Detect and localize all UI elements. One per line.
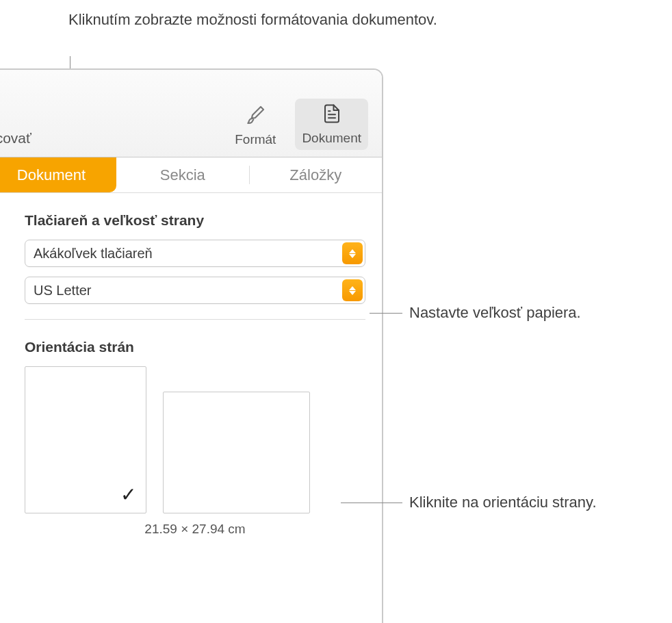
orientation-row: ✓ — [25, 366, 365, 513]
format-button[interactable]: Formát — [229, 101, 281, 150]
document-button[interactable]: Dokument — [295, 99, 368, 150]
callout-orientation-text: Kliknite na orientáciu strany. — [409, 494, 597, 511]
printer-select-row: Akákoľvek tlačiareň — [25, 240, 365, 267]
papersize-select[interactable]: US Letter — [25, 277, 365, 304]
papersize-select-row: US Letter — [25, 277, 365, 304]
chevron-down-icon — [349, 254, 356, 258]
tab-section[interactable]: Sekcia — [116, 157, 249, 192]
chevron-up-icon — [349, 286, 356, 290]
toolbar-left-stub-label: acovať — [0, 130, 31, 150]
callout-paper-text: Nastavte veľkosť papiera. — [409, 304, 581, 322]
panel-tabs: Dokument Sekcia Záložky — [0, 157, 382, 193]
paintbrush-icon — [244, 104, 266, 129]
papersize-select-value: US Letter — [34, 283, 91, 298]
printer-select[interactable]: Akákoľvek tlačiareň — [25, 240, 365, 267]
panel-body: Tlačiareň a veľkosť strany Akákoľvek tla… — [0, 193, 382, 537]
toolbar: acovať Formát Dokument — [0, 70, 382, 157]
section-divider — [25, 319, 365, 320]
printer-select-stepper-icon[interactable] — [342, 242, 363, 264]
document-label: Dokument — [302, 131, 361, 146]
document-inspector-panel: acovať Formát Dokument — [0, 68, 383, 623]
printer-select-value: Akákoľvek tlačiareň — [34, 246, 153, 262]
papersize-select-stepper-icon[interactable] — [342, 279, 363, 301]
format-label: Formát — [235, 132, 276, 147]
chevron-down-icon — [349, 291, 356, 295]
orientation-portrait-button[interactable]: ✓ — [25, 366, 146, 513]
document-icon — [322, 103, 342, 128]
tab-bookmarks[interactable]: Záložky — [250, 157, 383, 192]
callout-leader-orientation — [341, 503, 402, 503]
page-dimensions-label: 21.59 × 27.94 cm — [25, 522, 365, 537]
tab-document[interactable]: Dokument — [0, 157, 116, 192]
orientation-landscape-button[interactable] — [163, 392, 310, 513]
callout-leader-paper — [370, 313, 402, 314]
checkmark-icon: ✓ — [120, 483, 136, 506]
callout-top-text: Kliknutím zobrazte možnosti formátovania… — [68, 10, 437, 30]
chevron-up-icon — [349, 249, 356, 253]
orientation-section-title: Orientácia strán — [25, 339, 365, 355]
printer-section-title: Tlačiareň a veľkosť strany — [25, 212, 365, 229]
